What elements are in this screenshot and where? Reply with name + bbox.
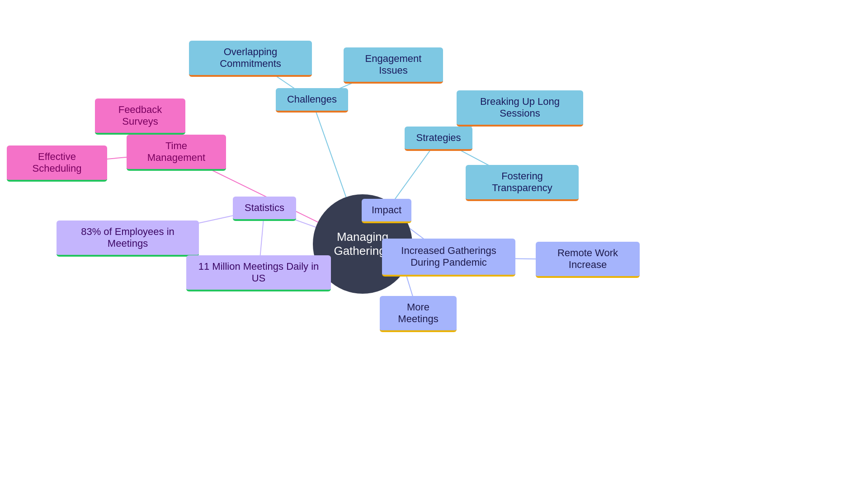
challenges-node[interactable]: Challenges (276, 88, 348, 113)
effective-label: Effective Scheduling (33, 151, 82, 174)
impact-node[interactable]: Impact (362, 199, 411, 223)
overlapping-label: Overlapping Commitments (220, 46, 281, 69)
fostering-label: Fostering Transparency (492, 170, 552, 193)
timemanagement-node[interactable]: Time Management (127, 135, 226, 171)
breaking-label: Breaking Up Long Sessions (480, 96, 560, 119)
feedback-label: Feedback Surveys (118, 104, 162, 127)
pandemic-node[interactable]: Increased Gatherings During Pandemic (382, 239, 515, 277)
timemanagement-label: Time Management (147, 140, 205, 163)
overlapping-node[interactable]: Overlapping Commitments (189, 41, 312, 77)
remote-label: Remote Work Increase (557, 247, 618, 270)
statistics-label: Statistics (245, 202, 284, 213)
impact-label: Impact (372, 204, 401, 216)
employees-label: 83% of Employees in Meetings (81, 226, 175, 249)
breaking-node[interactable]: Breaking Up Long Sessions (457, 90, 583, 127)
effective-node[interactable]: Effective Scheduling (7, 145, 107, 182)
million-label: 11 Million Meetings Daily in US (198, 261, 319, 284)
statistics-node[interactable]: Statistics (233, 197, 296, 221)
feedback-node[interactable]: Feedback Surveys (95, 99, 185, 135)
engagement-label: Engagement Issues (365, 53, 422, 76)
remote-node[interactable]: Remote Work Increase (536, 242, 640, 278)
pandemic-label: Increased Gatherings During Pandemic (401, 245, 496, 268)
fostering-node[interactable]: Fostering Transparency (466, 165, 579, 201)
engagement-node[interactable]: Engagement Issues (344, 47, 443, 84)
more-meetings-label: More Meetings (398, 301, 438, 324)
strategies-node[interactable]: Strategies (405, 127, 472, 151)
challenges-label: Challenges (287, 94, 337, 105)
employees-node[interactable]: 83% of Employees in Meetings (57, 221, 199, 257)
million-node[interactable]: 11 Million Meetings Daily in US (186, 255, 331, 291)
more-meetings-node[interactable]: More Meetings (380, 296, 457, 332)
strategies-label: Strategies (416, 132, 461, 143)
